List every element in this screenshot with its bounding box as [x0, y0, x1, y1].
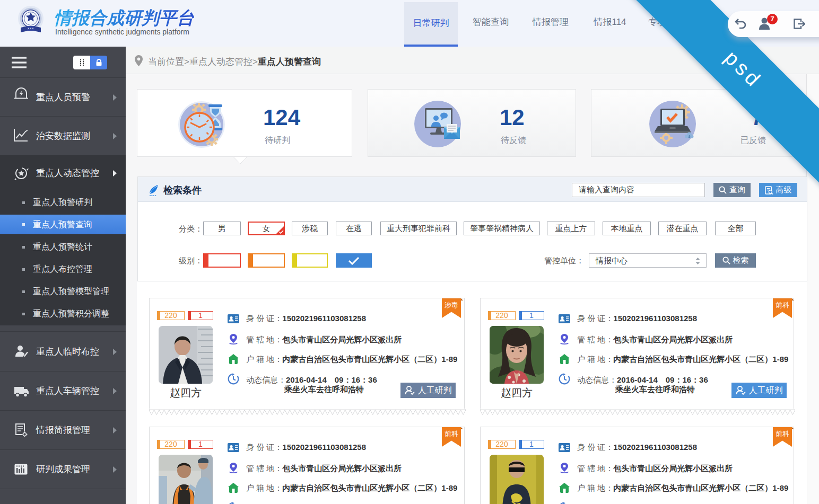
- svg-text:涉毒: 涉毒: [444, 301, 458, 309]
- svg-text:前科: 前科: [776, 430, 789, 438]
- svg-text:前科: 前科: [445, 430, 458, 438]
- svg-text:前科: 前科: [776, 301, 789, 309]
